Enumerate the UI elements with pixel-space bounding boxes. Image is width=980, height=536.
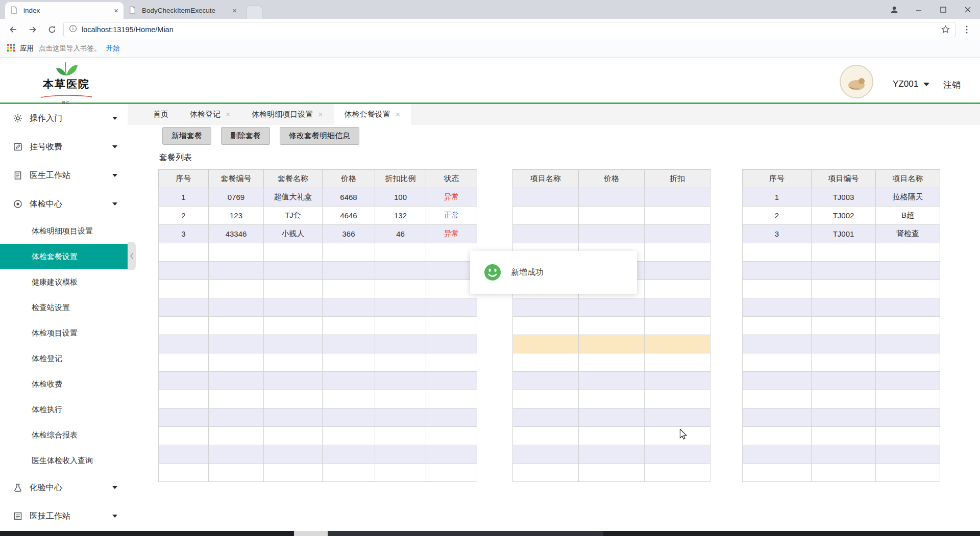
- cell[interactable]: [426, 335, 477, 353]
- cell[interactable]: [513, 390, 579, 409]
- tab-close-icon[interactable]: ×: [232, 7, 237, 14]
- cell[interactable]: [579, 427, 645, 445]
- cell[interactable]: [812, 317, 876, 335]
- import-bookmarks-hint[interactable]: 点击这里导入书签。: [39, 44, 101, 53]
- cell[interactable]: [375, 317, 426, 335]
- close-icon[interactable]: ×: [226, 111, 230, 119]
- logout-button[interactable]: 注销: [943, 79, 961, 91]
- sidebar-subitem-3-9[interactable]: 医生体检收入查询: [0, 448, 128, 473]
- cell[interactable]: [209, 409, 264, 427]
- cell[interactable]: [812, 280, 876, 298]
- cell[interactable]: [159, 353, 209, 372]
- table-row-empty[interactable]: [159, 353, 477, 372]
- cell[interactable]: [323, 372, 375, 390]
- cell[interactable]: [264, 390, 323, 409]
- cell[interactable]: [812, 353, 876, 372]
- cell[interactable]: [645, 353, 710, 372]
- cell[interactable]: 46: [375, 225, 426, 243]
- cell[interactable]: [426, 445, 477, 464]
- cell[interactable]: 6468: [323, 188, 375, 207]
- cell[interactable]: [743, 409, 812, 427]
- cell[interactable]: 4646: [323, 207, 375, 225]
- cell[interactable]: [579, 353, 645, 372]
- table-row-empty[interactable]: [513, 207, 710, 225]
- cell[interactable]: [323, 262, 375, 280]
- cell[interactable]: 超值大礼盒: [264, 188, 323, 207]
- cell[interactable]: [645, 188, 710, 207]
- cell[interactable]: [645, 445, 710, 464]
- cell[interactable]: [209, 298, 264, 317]
- sidebar-subitem-3-2[interactable]: 健康建议模板: [0, 269, 128, 295]
- cell[interactable]: [264, 262, 323, 280]
- cell[interactable]: [812, 464, 876, 482]
- table-row-empty[interactable]: [743, 353, 940, 372]
- cell[interactable]: [579, 390, 645, 409]
- cell[interactable]: TJ003: [812, 188, 876, 207]
- cell[interactable]: [375, 243, 426, 262]
- cell[interactable]: [812, 262, 876, 280]
- cell[interactable]: 43346: [209, 225, 264, 243]
- table-row-empty[interactable]: [513, 317, 710, 335]
- table-row-empty[interactable]: [513, 353, 710, 372]
- cell[interactable]: [645, 280, 710, 298]
- cell[interactable]: [209, 427, 264, 445]
- cell[interactable]: [323, 464, 375, 482]
- cell[interactable]: [159, 372, 209, 390]
- cell[interactable]: [375, 372, 426, 390]
- cell[interactable]: [264, 464, 323, 482]
- cell[interactable]: [159, 390, 209, 409]
- cell[interactable]: [645, 207, 710, 225]
- table-row[interactable]: 2123TJ套4646132正常: [159, 207, 477, 225]
- sidebar-subitem-3-8[interactable]: 体检综合报表: [0, 422, 128, 448]
- cell[interactable]: [876, 353, 940, 372]
- cell[interactable]: TJ套: [264, 207, 323, 225]
- bookmark-star-icon[interactable]: [941, 25, 950, 34]
- table-row-empty[interactable]: [513, 409, 710, 427]
- cell[interactable]: [645, 427, 710, 445]
- cell[interactable]: [375, 445, 426, 464]
- table-row-empty[interactable]: [513, 445, 710, 464]
- cell[interactable]: [426, 427, 477, 445]
- table-row-empty[interactable]: [743, 409, 940, 427]
- address-bar[interactable]: localhost:13195/Home/Mian: [63, 22, 955, 37]
- cell[interactable]: [876, 317, 940, 335]
- cell[interactable]: [159, 243, 209, 262]
- table-row-empty[interactable]: [743, 390, 940, 409]
- apps-grid-icon[interactable]: [7, 44, 15, 53]
- cell[interactable]: [743, 335, 812, 353]
- windows-taskbar[interactable]: [0, 531, 980, 536]
- cell[interactable]: 2: [743, 207, 812, 225]
- cell[interactable]: [513, 207, 579, 225]
- cell[interactable]: [645, 335, 710, 353]
- cell[interactable]: [579, 372, 645, 390]
- close-icon[interactable]: ×: [396, 111, 400, 119]
- table-row[interactable]: 2TJ002B超: [743, 207, 940, 225]
- table-row-empty[interactable]: [159, 372, 477, 390]
- cell[interactable]: [375, 262, 426, 280]
- cell[interactable]: [323, 280, 375, 298]
- cell[interactable]: [323, 298, 375, 317]
- table-row-empty[interactable]: [513, 335, 710, 353]
- cell[interactable]: [876, 243, 940, 262]
- cell[interactable]: [426, 280, 477, 298]
- taskbar-item[interactable]: [294, 531, 328, 536]
- cell[interactable]: [812, 335, 876, 353]
- cell[interactable]: [513, 445, 579, 464]
- cell[interactable]: [209, 464, 264, 482]
- cell[interactable]: [579, 207, 645, 225]
- sidebar-subitem-3-5[interactable]: 体检登记: [0, 346, 128, 371]
- table-row-empty[interactable]: [513, 464, 710, 482]
- sidebar-subitem-3-6[interactable]: 体检收费: [0, 371, 128, 397]
- cell[interactable]: [645, 262, 710, 280]
- cell[interactable]: [375, 464, 426, 482]
- cell[interactable]: [812, 445, 876, 464]
- cell[interactable]: [876, 409, 940, 427]
- cell[interactable]: [743, 464, 812, 482]
- cell[interactable]: [876, 445, 940, 464]
- toolbar-button-2[interactable]: 修改套餐明细信息: [280, 127, 359, 145]
- cell[interactable]: [264, 427, 323, 445]
- cell[interactable]: 异常: [426, 225, 477, 243]
- cell[interactable]: [426, 464, 477, 482]
- table-row-empty[interactable]: [513, 390, 710, 409]
- sidebar-group-3[interactable]: 体检中心: [0, 190, 128, 218]
